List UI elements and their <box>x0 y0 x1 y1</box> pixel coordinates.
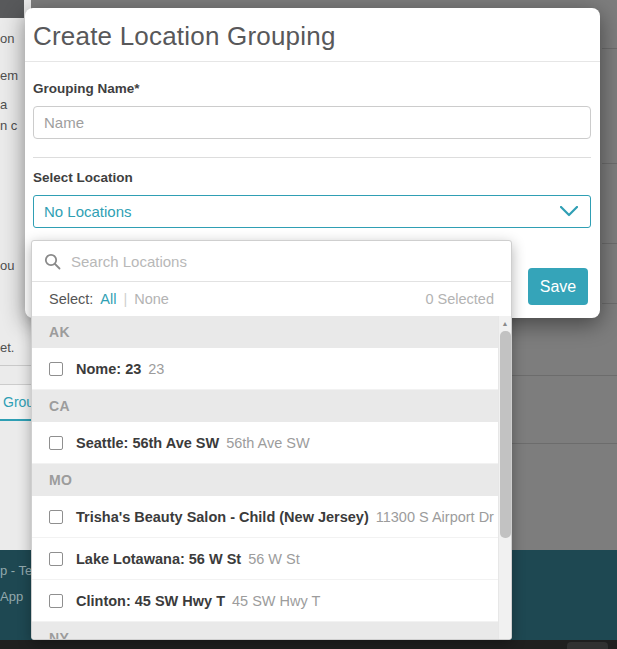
location-address: 11300 S Airport Dr <box>376 509 494 525</box>
selected-count: 0 Selected <box>425 291 494 307</box>
location-select-value: No Locations <box>44 203 132 220</box>
scroll-up-arrow-icon[interactable]: ▲ <box>499 316 511 330</box>
location-checkbox[interactable] <box>49 552 63 566</box>
modal-body: Grouping Name* Select Location No Locati… <box>25 62 600 228</box>
bottom-bar-button <box>567 642 608 649</box>
save-button[interactable]: Save <box>528 268 588 305</box>
modal-header: Create Location Grouping <box>25 8 600 62</box>
modal-title: Create Location Grouping <box>33 21 592 52</box>
background-row-line <box>602 243 617 244</box>
location-address: 56th Ave SW <box>226 435 310 451</box>
background-header-block <box>0 0 24 18</box>
select-label: Select: <box>49 291 93 307</box>
background-row-line <box>602 303 617 304</box>
location-row[interactable]: Nome: 2323 <box>32 348 498 390</box>
background-bottom-bar <box>0 640 617 649</box>
separator: | <box>123 291 127 307</box>
background-footer-fragment: App <box>0 589 23 604</box>
location-select[interactable]: No Locations <box>33 195 591 228</box>
page: oneman couet. Grou p - TeApp Create Loca… <box>0 0 617 649</box>
state-group-header: MO <box>32 464 498 496</box>
list-scrollbar[interactable]: ▲ <box>498 316 511 639</box>
background-footer-fragment: p - Te <box>0 563 32 578</box>
location-checkbox[interactable] <box>49 436 63 450</box>
select-location-label: Select Location <box>33 170 591 185</box>
location-row[interactable]: Seattle: 56th Ave SW56th Ave SW <box>32 422 498 464</box>
grouping-name-input[interactable] <box>33 106 591 139</box>
grouping-name-label: Grouping Name* <box>33 81 591 96</box>
location-search-input[interactable] <box>71 253 499 270</box>
location-row[interactable]: Trisha's Beauty Salon - Child (New Jerse… <box>32 496 498 538</box>
select-none-link[interactable]: None <box>134 291 169 307</box>
location-checkbox[interactable] <box>49 594 63 608</box>
state-group-header: NY <box>32 622 498 639</box>
location-checkbox[interactable] <box>49 362 63 376</box>
location-checkbox[interactable] <box>49 510 63 524</box>
location-name: Clinton: 45 SW Hwy T <box>76 593 225 609</box>
location-name: Nome: 23 <box>76 361 141 377</box>
location-name: Seattle: 56th Ave SW <box>76 435 219 451</box>
location-address: 23 <box>148 361 164 377</box>
scrollbar-thumb[interactable] <box>500 331 511 538</box>
location-dropdown-panel: Select: All | None 0 Selected AKNome: 23… <box>31 240 512 640</box>
background-divider <box>0 365 31 366</box>
location-name: Lake Lotawana: 56 W St <box>76 551 241 567</box>
chevron-down-icon <box>560 206 578 217</box>
select-all-link[interactable]: All <box>100 291 116 307</box>
location-search-row <box>32 241 511 282</box>
location-row[interactable]: Clinton: 45 SW Hwy T45 SW Hwy T <box>32 580 498 622</box>
state-group-header: CA <box>32 390 498 422</box>
background-row-line <box>512 443 617 444</box>
divider <box>33 157 591 158</box>
location-name: Trisha's Beauty Salon - Child (New Jerse… <box>76 509 369 525</box>
location-list: AKNome: 2323CASeattle: 56th Ave SW56th A… <box>32 316 498 639</box>
background-row-line <box>602 163 617 164</box>
background-row-line <box>512 375 617 376</box>
location-address: 56 W St <box>248 551 300 567</box>
select-all-row: Select: All | None 0 Selected <box>32 282 511 315</box>
background-tab-groupings: Grou <box>0 384 32 421</box>
location-address: 45 SW Hwy T <box>232 593 320 609</box>
search-icon <box>44 253 61 270</box>
background-row-line <box>602 48 617 49</box>
state-group-header: AK <box>32 316 498 348</box>
background-text-fragment: et. <box>0 340 31 355</box>
location-row[interactable]: Lake Lotawana: 56 W St56 W St <box>32 538 498 580</box>
